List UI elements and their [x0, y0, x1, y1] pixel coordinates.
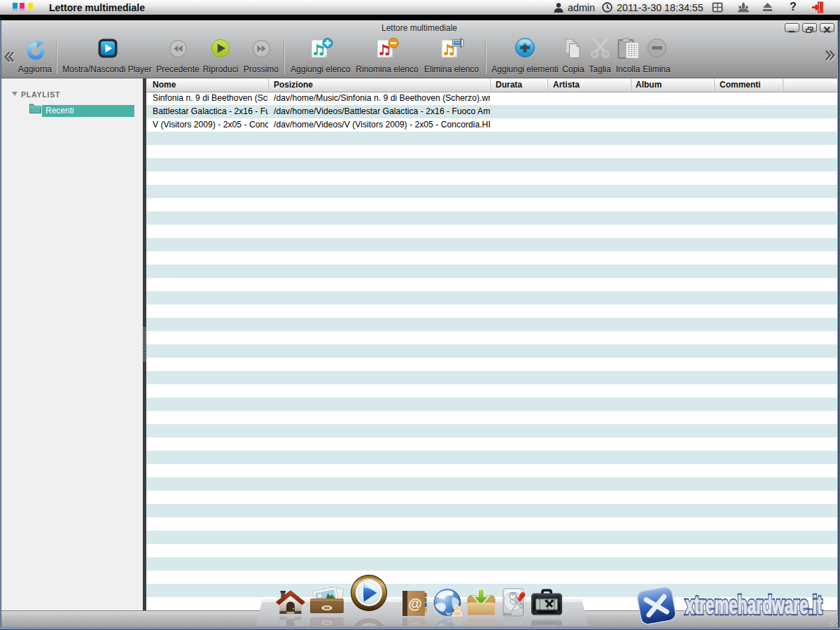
- svg-text:@: @: [408, 596, 422, 611]
- svg-text:@: @: [408, 622, 422, 626]
